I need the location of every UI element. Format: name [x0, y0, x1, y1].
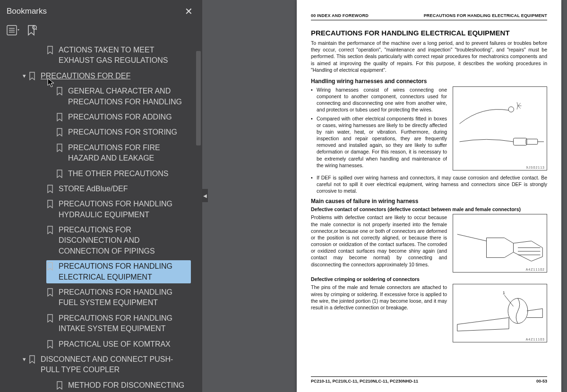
bookmark-item[interactable]: STORE AdBlue/DEF [0, 181, 202, 196]
document-viewer[interactable]: ◀ 00 INDEX AND FOREWORD PRECAUTIONS FOR … [202, 0, 567, 392]
options-menu-icon[interactable] [7, 25, 20, 35]
bullet-item: Wiring harnesses consist of wires connec… [311, 86, 447, 113]
header-topic: PRECAUTIONS FOR HANDLING ELECTRICAL EQUI… [424, 13, 547, 18]
bookmark-item[interactable]: ACTIONS TAKEN TO MEET EXHAUST GAS REGULA… [0, 43, 202, 68]
figure-number: A4Z11102 [526, 268, 545, 271]
bullet-item: If DEF is spilled over wiring harness an… [311, 174, 547, 195]
bookmark-icon [56, 170, 63, 179]
page-footer: PC210-11, PC210LC-11, PC210NLC-11, PC230… [311, 376, 547, 383]
chevron-down-icon[interactable]: ▾ [20, 355, 28, 364]
svg-rect-8 [526, 139, 538, 145]
bookmark-item[interactable]: METHOD FOR DISCONNECTING AND CONNECTING … [0, 378, 202, 392]
bookmark-label: PRECAUTIONS FOR HANDLING INTAKE SYSTEM E… [59, 313, 189, 334]
bookmark-icon [56, 381, 63, 391]
bookmark-icon [46, 46, 54, 55]
bookmark-item[interactable]: PRECAUTIONS FOR DISCONNECTION AND CONNEC… [0, 222, 202, 259]
bookmark-icon [46, 314, 54, 324]
find-bookmark-icon[interactable] [26, 25, 37, 36]
body-paragraph: Problems with defective contact are like… [311, 214, 447, 273]
bookmark-icon [46, 288, 54, 298]
bookmark-item[interactable]: GENERAL CHARACTER AND PRECAUTIONS FOR HA… [0, 84, 202, 110]
bookmark-item[interactable]: PRECAUTIONS FOR STORING [0, 125, 202, 140]
subsection-heading: Defective contact of connectors (defecti… [311, 206, 547, 212]
bookmark-icon [46, 262, 54, 272]
bookmark-icon [56, 113, 63, 122]
bookmark-label: GENERAL CHARACTER AND PRECAUTIONS FOR HA… [68, 86, 189, 107]
collapse-sidebar-button[interactable]: ◀ [202, 189, 208, 202]
chevron-down-icon[interactable]: ▾ [20, 72, 28, 80]
section-heading: Handling wiring harnesses and connectors [311, 78, 547, 85]
scrollbar-thumb[interactable] [196, 51, 201, 145]
bookmark-icon [46, 226, 54, 235]
bookmarks-panel: Bookmarks ✕ ACTIONS TAKEN TO MEET EXHAUS… [0, 0, 202, 392]
body-paragraph: The pins of the male and female connecto… [311, 284, 447, 342]
bookmark-label: THE OTHER PRECAUTIONS [68, 169, 189, 179]
subsection-heading: Defective crimping or soldering of conne… [311, 276, 547, 282]
bookmark-item[interactable]: ▾PRECAUTIONS FOR DEF [0, 68, 202, 84]
bookmark-icon [46, 185, 54, 194]
bookmarks-tree[interactable]: ACTIONS TAKEN TO MEET EXHAUST GAS REGULA… [0, 41, 202, 392]
pdf-page: 00 INDEX AND FOREWORD PRECAUTIONS FOR HA… [297, 0, 561, 392]
page-title: PRECAUTIONS FOR HANDLING ELECTRICAL EQUI… [311, 29, 547, 37]
bookmark-icon [28, 355, 36, 365]
page-header: 00 INDEX AND FOREWORD PRECAUTIONS FOR HA… [311, 13, 547, 20]
bookmark-label: PRECAUTIONS FOR HANDLING ELECTRICAL EQUI… [59, 261, 189, 282]
bookmarks-title: Bookmarks [7, 7, 47, 16]
bookmark-icon [56, 128, 63, 137]
bullet-item: Compared with other electrical component… [311, 115, 447, 169]
bookmark-item[interactable]: PRECAUTIONS FOR HANDLING HYDRAULIC EQUIP… [0, 196, 202, 222]
figure-number: A4Z11103 [526, 338, 545, 341]
bookmark-label: PRECAUTIONS FOR DISCONNECTION AND CONNEC… [59, 225, 189, 256]
section-heading: Main causes of failure in wiring harness [311, 198, 547, 205]
intro-paragraph: To maintain the performance of the machi… [311, 40, 547, 73]
bookmark-item[interactable]: PRECAUTIONS FOR FIRE HAZARD AND LEAKAGE [0, 140, 202, 166]
svg-point-4 [33, 26, 36, 29]
bookmark-label: PRECAUTIONS FOR ADDING [68, 112, 189, 122]
footer-models: PC210-11, PC210LC-11, PC210NLC-11, PC230… [311, 379, 418, 383]
bookmark-icon [56, 87, 63, 96]
bookmark-label: STORE AdBlue/DEF [59, 184, 189, 194]
close-icon[interactable]: ✕ [182, 5, 196, 18]
svg-text:1: 1 [503, 290, 505, 296]
footer-page-number: 00-53 [536, 379, 547, 383]
bookmark-label: PRECAUTIONS FOR DEF [41, 71, 189, 81]
bookmark-label: PRECAUTIONS FOR STORING [68, 127, 189, 137]
bookmark-item[interactable]: PRECAUTIONS FOR HANDLING FUEL SYSTEM EQU… [0, 285, 202, 311]
figure-crimp-icon: 1 A4Z11103 [453, 284, 547, 342]
bookmark-label: PRACTICAL USE OF KOMTRAX [59, 339, 189, 349]
bookmark-icon [46, 200, 54, 209]
figure-harness-icon: 9JS02113 [453, 86, 547, 170]
bookmark-item[interactable]: PRECAUTIONS FOR HANDLING INTAKE SYSTEM E… [0, 311, 202, 337]
svg-point-6 [508, 107, 514, 112]
bookmark-label: PRECAUTIONS FOR HANDLING HYDRAULIC EQUIP… [59, 199, 189, 220]
bookmark-label: PRECAUTIONS FOR FIRE HAZARD AND LEAKAGE [68, 143, 189, 164]
svg-rect-7 [514, 138, 527, 145]
bookmark-item[interactable]: PRACTICAL USE OF KOMTRAX [0, 337, 202, 352]
bookmarks-scrollbar[interactable] [194, 47, 202, 392]
bookmark-label: DISCONNECT AND CONNECT PUSH-PULL TYPE CO… [41, 354, 189, 375]
bookmark-icon [56, 144, 63, 153]
bookmark-item[interactable]: THE OTHER PRECAUTIONS [0, 166, 202, 181]
bookmark-label: ACTIONS TAKEN TO MEET EXHAUST GAS REGULA… [59, 45, 189, 66]
bookmark-item[interactable]: PRECAUTIONS FOR ADDING [0, 110, 202, 125]
bookmark-label: PRECAUTIONS FOR HANDLING FUEL SYSTEM EQU… [59, 287, 189, 308]
bookmark-label: METHOD FOR DISCONNECTING AND CONNECTING … [68, 380, 189, 392]
bookmark-item[interactable]: ▾DISCONNECT AND CONNECT PUSH-PULL TYPE C… [0, 352, 202, 378]
bookmarks-header: Bookmarks ✕ [0, 0, 202, 23]
bookmark-item[interactable]: PRECAUTIONS FOR HANDLING ELECTRICAL EQUI… [0, 259, 202, 285]
figure-connector-icon: A4Z11102 [453, 214, 547, 273]
bookmark-icon [46, 340, 54, 349]
bookmark-icon [28, 72, 36, 81]
header-section: 00 INDEX AND FOREWORD [311, 13, 369, 18]
bookmarks-toolbar [0, 23, 202, 41]
figure-number: 9JS02113 [526, 166, 545, 169]
svg-line-5 [36, 29, 37, 30]
